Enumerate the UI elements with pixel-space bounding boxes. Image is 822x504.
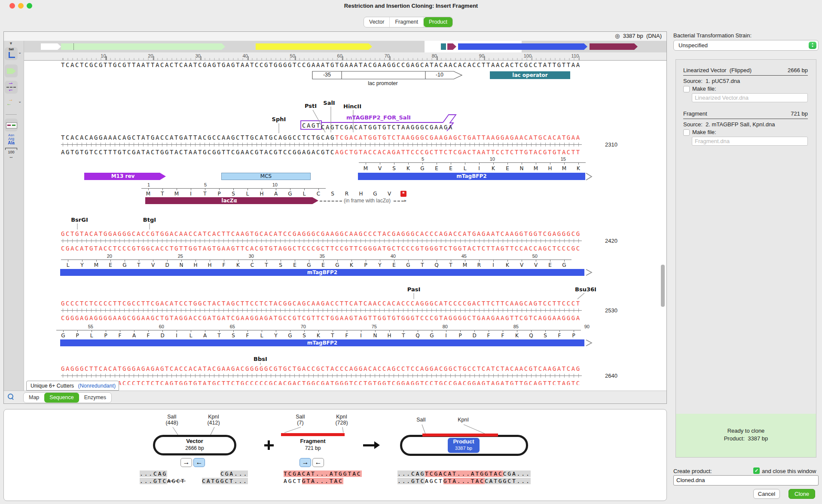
sequence-strand-top[interactable]: GAGGGCTTCACATGGGAGAGAGTCACCACATACGAAGACG… (61, 365, 581, 372)
translation-letter: L (85, 333, 98, 339)
translation-letter: Y (75, 262, 89, 268)
sequence-length-badge: ◎ 3387 bp (DNA) (533, 33, 662, 39)
translation-letter: F (141, 333, 155, 339)
sequence-viewport[interactable]: -35 -10 lac promoter lac operator SphI P… (0, 60, 660, 385)
fragment-make-file-checkbox[interactable] (683, 129, 690, 136)
cutters-link[interactable]: (Nonredundant) (78, 383, 116, 389)
vector-file-input[interactable]: Linearized Vector.dna (692, 93, 808, 102)
sequence-strand-bottom[interactable]: CGACATGTACCTCCCGTGGCACCTGTTGGTAGTGAAGTTC… (61, 245, 581, 252)
fragment-sali-label: SalI(7) (283, 414, 318, 426)
molecule-type: (DNA) (646, 33, 662, 39)
tab-fragment[interactable]: Fragment (389, 17, 424, 27)
vector-section-title: Linearized Vector (Flipped) (683, 67, 752, 73)
features-tool-button[interactable] (5, 64, 18, 77)
cutters-tab[interactable]: Unique 6+ Cutters (Nonredundant) (26, 381, 119, 391)
overview-feature-blue[interactable] (458, 43, 587, 50)
sequence-strand-top[interactable]: TCACTCGCGTTGCGTTAATTACACTCAATCGAGTGAGTAA… (61, 61, 581, 68)
overview-feature-green[interactable] (61, 43, 225, 50)
collapse-minimap-button[interactable]: ▼ (9, 41, 13, 46)
enzymes-tool-button[interactable]: SalI (5, 47, 18, 60)
fragment-seq-top: TCGACAT...ATGGTAC (284, 470, 362, 477)
vector-make-file-checkbox[interactable] (683, 86, 690, 92)
translation-letter: K (312, 333, 325, 339)
sequence-strand-top[interactable]: GCTGTACATGGAGGGCACCGTGGACAACCATCACTTCAAG… (61, 230, 581, 237)
primers-tool-button[interactable]: → ← (5, 97, 18, 109)
translation-number: 85 (504, 324, 519, 329)
overview-feature-yellow[interactable] (256, 43, 372, 50)
translation-letter: C (245, 262, 259, 268)
ruler-tool-button[interactable]: 100 ↔ (5, 148, 17, 159)
sequence-strand-top[interactable]: GCCCTCTCCCCTTCGCCTTCGACATCCTGGCTACTAGCTT… (61, 300, 581, 307)
translation-letter: P (99, 333, 113, 339)
tab-vector[interactable]: Vector (364, 17, 389, 27)
sequence-strand-bottom[interactable]: CTCCCGAAGTGTACCCTCTCTCAGTGGTGTATGCTTCTGC… (61, 380, 581, 385)
translation-letter: K (345, 262, 358, 268)
product-seq-bottom: ...GTCAGCTGTA...TACCATGGCT... (397, 478, 531, 484)
tab-sequence[interactable]: Sequence (44, 393, 79, 403)
scrollbar-thumb[interactable] (661, 265, 665, 307)
translate-tool-button[interactable]: Asn Arg Ala (3, 133, 19, 145)
translation-letter: N (174, 262, 188, 268)
overview-feature-teal[interactable] (441, 43, 446, 50)
enzymes-tool-chevron-icon[interactable]: ⌄ (18, 50, 21, 55)
sequence-strand-bottom[interactable]: AGTGTGTCCTTTGTCGATACTGGTACTAATGCGGTTCGAA… (61, 149, 581, 156)
fragments-tool-button[interactable] (5, 119, 18, 131)
fragment-file-input[interactable]: Fragment.dna (692, 137, 808, 146)
translation-letter: N (368, 333, 382, 339)
translation-letter: H (382, 333, 396, 339)
translation-number: 50 (523, 254, 538, 259)
sequence-strand-bottom[interactable]: CGGGAGAGGGGAAGCGGAAGCTGTAGGACCGATGATCGAA… (61, 315, 581, 321)
window-title: Restriction and Insertion Cloning: Inser… (0, 3, 822, 9)
ruler-number: 90 (471, 53, 484, 58)
translation-letter: K (510, 333, 524, 339)
strand-ruler (61, 238, 582, 244)
fragment-reverse-button[interactable]: ← (312, 458, 324, 467)
overview-cursor (73, 43, 74, 50)
vector-reverse-button[interactable]: ← (193, 458, 205, 467)
translation-letter: D (468, 333, 481, 339)
translation-letter: P (212, 191, 226, 197)
translation-number: 80 (433, 324, 448, 329)
translation-letter: V (515, 262, 529, 268)
cancel-button[interactable]: Cancel (753, 489, 780, 499)
overview-feature-maroon[interactable] (590, 43, 638, 50)
vector-source: Source: 1. pUC57.dna (683, 78, 740, 84)
status-box: Ready to clone Product: 3387 bp (676, 414, 816, 457)
translation-letter: R (472, 262, 486, 268)
fragment-name: Fragment (281, 438, 345, 444)
alignment-tool-button[interactable]: ⇀ ↽ (5, 81, 18, 94)
fragment-forward-button[interactable]: → (299, 458, 311, 467)
search-icon[interactable] (8, 394, 15, 400)
vector-forward-button[interactable]: → (180, 458, 192, 467)
plus-icon (263, 439, 275, 451)
close-window-label: and close this window (762, 468, 816, 474)
ruler-number: 70 (377, 53, 390, 58)
vector-sali-label: SalI(448) (155, 414, 189, 426)
vector-seq-left-bottom: ...GTCAGCT (140, 478, 186, 484)
stop-codon: * (400, 191, 406, 197)
clone-button[interactable]: Clone (788, 489, 815, 499)
fragment-bar[interactable] (281, 433, 345, 436)
product-filename-input[interactable]: Cloned.dna (673, 475, 819, 486)
translation-letter: E (316, 262, 330, 268)
tab-map[interactable]: Map (24, 393, 44, 403)
view-tab-bar: Vector Fragment Product (364, 17, 453, 27)
strand-ruler (61, 373, 582, 379)
translation-letter: M (557, 165, 571, 171)
strain-label: Bacterial Transformation Strain: (673, 32, 752, 39)
translation-letter: Y (373, 262, 387, 268)
primers-tool-chevron-icon[interactable]: ⌄ (18, 99, 21, 104)
translation-letter: L (241, 191, 254, 197)
translation-number: 10 (480, 156, 495, 162)
sequence-strand-top[interactable]: TCACACAGGAAACAGCTATGACCATGATTACGCCAAGCTT… (61, 134, 581, 141)
close-window-checkbox[interactable]: ✓ (753, 467, 760, 474)
tab-enzymes[interactable]: Enzymes (79, 393, 111, 403)
translation-letter: S (274, 262, 287, 268)
strain-dropdown[interactable]: Unspecified ▲▼ (673, 40, 819, 51)
translation-letter: Y (269, 333, 283, 339)
tab-product[interactable]: Product (424, 17, 452, 27)
translation-number: 40 (381, 254, 396, 259)
translation-number: 35 (310, 254, 325, 259)
overview-feature-white[interactable] (41, 43, 61, 50)
translation-letter: P (359, 262, 373, 268)
